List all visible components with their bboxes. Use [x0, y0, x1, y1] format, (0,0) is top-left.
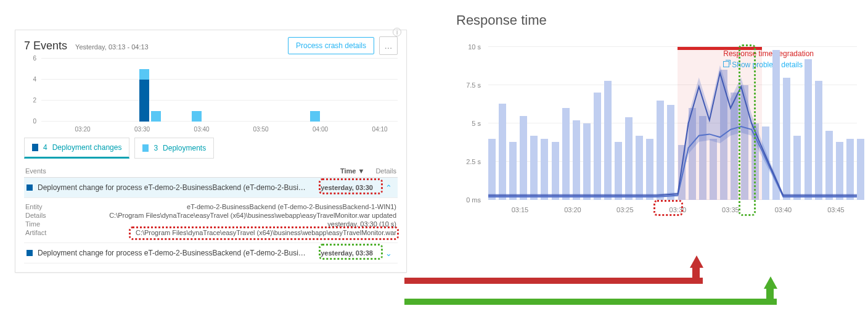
info-icon[interactable]: i: [393, 28, 401, 36]
th-details: Details: [375, 167, 396, 175]
events-plot: [41, 59, 398, 122]
filter-deployment-changes[interactable]: 4 Deployment changes: [24, 138, 129, 159]
chevron-up-icon[interactable]: ⌃: [382, 183, 395, 193]
xtick: 04:00: [313, 126, 328, 133]
xtick: 03:15: [512, 206, 529, 213]
filter-count: 3: [154, 144, 158, 152]
bar: [615, 142, 622, 200]
arrow-red: [404, 274, 703, 288]
square-light-icon: [142, 144, 149, 152]
response-time-title: Response time: [456, 12, 857, 28]
bar: [762, 126, 769, 200]
filter-label: Deployments: [163, 144, 206, 152]
dl-val: eT-demo-2-BusinessBackend (eT-demo-2-Bus…: [62, 203, 396, 210]
events-count: 7: [24, 39, 30, 52]
chevron-down-icon[interactable]: ⌄: [382, 249, 395, 258]
bar: [594, 93, 601, 200]
events-time-range: Yesterday, 03:13 - 04:13: [75, 43, 149, 51]
response-time-panel: Response time Response time degradation …: [456, 12, 857, 213]
bar: [793, 136, 801, 200]
events-yaxis: 0 2 4 6: [24, 59, 39, 122]
bar: [825, 131, 833, 200]
filter-count: 4: [43, 143, 47, 152]
events-panel: 7 Events Yesterday, 03:13 - 04:13 Proces…: [15, 30, 407, 273]
dl-key: Artifact: [25, 229, 62, 236]
events-title: 7 Events: [24, 39, 70, 52]
dl-key: Entity: [25, 203, 62, 210]
xtick: 03:50: [253, 126, 269, 133]
xtick: 03:30: [134, 126, 150, 133]
dots-icon: …: [384, 41, 392, 51]
arrow-green: [404, 295, 777, 309]
bar: [772, 50, 780, 200]
bar: [815, 81, 822, 200]
filter-label: Deployment changes: [52, 143, 122, 152]
ytick: 7.5 s: [466, 81, 481, 89]
bar: [657, 101, 664, 200]
events-header: 7 Events Yesterday, 03:13 - 04:13 Proces…: [24, 36, 398, 55]
resp-xaxis: 03:15 03:20 03:25 03:30 03:35 03:40 03:4…: [488, 200, 857, 213]
event-time: yesterday, 03:38: [317, 248, 377, 258]
xtick: 03:35: [722, 206, 739, 213]
process-crash-details-button[interactable]: Process crash details: [288, 37, 374, 54]
ytick: 5 s: [472, 120, 481, 127]
bar: [836, 142, 843, 200]
xtick: 03:25: [616, 206, 634, 213]
bar: [573, 120, 580, 200]
ytick: 2: [24, 97, 36, 104]
table-row[interactable]: Deployment change for process eT-demo-2-…: [24, 243, 398, 263]
events-table-header: Events Time ▼ Details: [24, 165, 398, 178]
bar: [636, 136, 643, 200]
bar: [583, 123, 591, 200]
square-dark-icon: [27, 250, 33, 256]
ytick: 6: [24, 55, 36, 62]
ytick: 0 ms: [466, 196, 481, 204]
ytick: 10 s: [468, 43, 481, 51]
bar: [846, 139, 854, 200]
bar: [530, 136, 538, 200]
resp-plot: [488, 47, 857, 200]
response-time-chart: 0 ms 2.5 s 5 s 7.5 s 10 s 03:15 03:20 03…: [456, 47, 857, 213]
bar: [625, 117, 633, 200]
bar: [805, 59, 812, 200]
event-time: yesterday, 03:30: [317, 183, 377, 193]
xtick: 03:30: [669, 206, 687, 213]
bar: [646, 139, 653, 200]
xtick: 03:40: [194, 126, 210, 133]
square-dark-icon: [27, 184, 33, 191]
th-events: Events: [25, 167, 46, 175]
bar: [541, 139, 548, 200]
xtick: 03:20: [75, 126, 91, 133]
xtick: 04:10: [372, 126, 388, 133]
ytick: 2.5 s: [466, 158, 481, 165]
bar: [509, 142, 517, 200]
bar: [499, 104, 506, 200]
ytick: 4: [24, 76, 36, 83]
table-row[interactable]: Deployment change for process eT-demo-2-…: [24, 178, 398, 198]
ytick: 0: [24, 118, 36, 125]
filter-row: 4 Deployment changes 3 Deployments: [24, 138, 398, 159]
dl-key: Time: [25, 220, 62, 228]
event-name: Deployment change for process eT-demo-2-…: [38, 249, 312, 257]
bar: [552, 142, 559, 200]
event-name: Deployment change for process eT-demo-2-…: [38, 183, 312, 192]
events-title-text: Events: [33, 39, 67, 52]
dl-key: Details: [25, 212, 62, 219]
bar: [667, 105, 674, 200]
square-dark-icon: [32, 144, 38, 151]
event-detail: EntityeT-demo-2-BusinessBackend (eT-demo…: [24, 198, 398, 243]
bar: [562, 108, 570, 200]
bar: [783, 78, 790, 200]
th-time[interactable]: Time ▼: [340, 167, 364, 175]
dl-val: yesterday, 03:30 (10 s): [62, 220, 396, 228]
overflow-menu-button[interactable]: …: [379, 36, 398, 55]
bar: [857, 139, 864, 200]
bar: [520, 116, 527, 200]
resp-yaxis: 0 ms 2.5 s 5 s 7.5 s 10 s: [456, 47, 486, 200]
bar: [604, 81, 612, 200]
events-xaxis: 03:20 03:30 03:40 03:50 04:00 04:10: [41, 122, 398, 133]
degradation-zone: [678, 47, 762, 200]
events-barchart: 0 2 4 6 03:20 03:30: [24, 59, 398, 133]
xtick: 03:45: [827, 206, 845, 213]
filter-deployments[interactable]: 3 Deployments: [134, 138, 214, 159]
